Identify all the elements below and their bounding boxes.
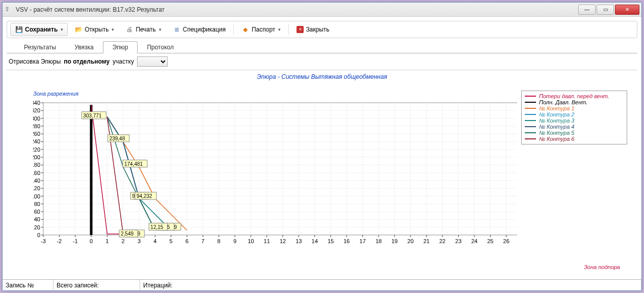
svg-text:60: 60 bbox=[34, 209, 40, 215]
legend-line bbox=[525, 114, 536, 115]
zone-right-label: Зона подпора bbox=[584, 264, 620, 270]
svg-text:340: 340 bbox=[33, 101, 40, 106]
print-label: Печать bbox=[136, 26, 155, 33]
svg-text:24: 24 bbox=[471, 238, 477, 244]
section-select[interactable] bbox=[137, 56, 168, 67]
svg-text:140: 140 bbox=[33, 178, 40, 184]
close-icon: × bbox=[297, 26, 304, 33]
save-icon: 💾 bbox=[15, 25, 23, 34]
legend-label: № Контура 6 bbox=[539, 136, 574, 142]
svg-text:3: 3 bbox=[138, 238, 141, 244]
minimize-button[interactable]: — bbox=[578, 5, 596, 15]
svg-text:-2: -2 bbox=[57, 238, 62, 244]
svg-text:10: 10 bbox=[248, 238, 254, 244]
svg-text:23: 23 bbox=[455, 238, 462, 244]
svg-text:7: 7 bbox=[201, 238, 204, 244]
tab-protocol[interactable]: Протокол bbox=[138, 42, 183, 53]
print-button[interactable]: 🖨Печать bbox=[121, 23, 166, 36]
svg-text:9: 9 bbox=[233, 238, 236, 244]
status-bar: Запись № Всего записей: Итераций: bbox=[3, 279, 641, 290]
close-label: Закрыть bbox=[306, 26, 329, 33]
open-label: Открыть bbox=[85, 26, 109, 33]
chart-title: Эпюра - Системы Вытяжная общеобменная bbox=[12, 73, 632, 80]
toolbar: 💾Сохранить 📂Открыть 🖨Печать ≣Спецификаци… bbox=[7, 21, 637, 38]
svg-text:13: 13 bbox=[296, 238, 302, 244]
svg-text:300: 300 bbox=[33, 115, 40, 122]
spec-button[interactable]: ≣Спецификация bbox=[168, 23, 230, 36]
svg-text:8: 8 bbox=[218, 238, 221, 244]
legend-line bbox=[525, 138, 536, 139]
svg-text:15: 15 bbox=[328, 238, 334, 244]
legend-item: № Контура 1 bbox=[525, 105, 624, 111]
svg-text:260: 260 bbox=[33, 131, 40, 137]
svg-text:20: 20 bbox=[34, 224, 40, 230]
passport-button[interactable]: ◆Паспорт bbox=[237, 23, 285, 36]
svg-text:12,15: 12,15 bbox=[150, 224, 163, 230]
subbar-label-pre: Отрисовка Эпюры bbox=[9, 58, 61, 65]
subbar-label-bold: по отдельному bbox=[64, 58, 110, 65]
open-button[interactable]: 📂Открыть bbox=[70, 23, 119, 36]
svg-text:2: 2 bbox=[122, 238, 125, 244]
svg-text:0: 0 bbox=[90, 238, 93, 244]
svg-text:18: 18 bbox=[375, 238, 382, 244]
svg-text:100: 100 bbox=[33, 193, 40, 199]
svg-text:16: 16 bbox=[343, 238, 350, 244]
svg-text:220: 220 bbox=[33, 146, 40, 153]
legend-label: № Контура 4 bbox=[539, 124, 574, 130]
svg-text:303,771: 303,771 bbox=[83, 113, 102, 119]
svg-text:4: 4 bbox=[153, 238, 156, 244]
status-record: Запись № bbox=[3, 280, 53, 290]
svg-text:80: 80 bbox=[34, 201, 40, 207]
svg-text:-3: -3 bbox=[41, 238, 46, 244]
tab-row: Результаты Увязка Эпюр Протокол bbox=[7, 41, 637, 53]
legend-item: Потери давл. перед вент. bbox=[525, 93, 624, 99]
svg-text:20: 20 bbox=[408, 238, 414, 244]
svg-text:25: 25 bbox=[487, 238, 493, 244]
svg-text:-1: -1 bbox=[73, 238, 78, 244]
legend-label: Полн. Давл. Вент. bbox=[539, 99, 587, 105]
legend-line bbox=[525, 126, 536, 127]
svg-text:1: 1 bbox=[105, 238, 109, 244]
titlebar[interactable]: ⇪ VSV - расчёт систем вентиляции: В17.v3… bbox=[3, 3, 641, 17]
legend: Потери давл. перед вент.Полн. Давл. Вент… bbox=[521, 91, 627, 144]
spec-icon: ≣ bbox=[173, 25, 181, 34]
legend-label: № Контура 5 bbox=[539, 130, 574, 136]
passport-icon: ◆ bbox=[242, 25, 250, 34]
svg-text:11: 11 bbox=[264, 238, 270, 244]
legend-line bbox=[525, 102, 536, 103]
passport-label: Паспорт bbox=[252, 26, 275, 33]
separator bbox=[233, 24, 234, 35]
svg-text:180: 180 bbox=[33, 162, 40, 168]
close-button-toolbar[interactable]: ×Закрыть bbox=[292, 23, 334, 36]
legend-line bbox=[525, 96, 536, 97]
save-button[interactable]: 💾Сохранить bbox=[10, 23, 68, 36]
svg-text:200: 200 bbox=[33, 154, 40, 160]
legend-item: № Контура 6 bbox=[525, 136, 624, 142]
tab-epur[interactable]: Эпюр bbox=[103, 41, 138, 53]
svg-text:14: 14 bbox=[312, 238, 318, 244]
legend-line bbox=[525, 120, 536, 121]
svg-text:6: 6 bbox=[185, 238, 189, 244]
svg-text:94,232: 94,232 bbox=[137, 193, 152, 199]
svg-text:240: 240 bbox=[33, 138, 40, 144]
svg-text:17: 17 bbox=[360, 238, 366, 244]
window-buttons: — ▭ ✕ bbox=[577, 5, 639, 15]
tab-linking[interactable]: Увязка bbox=[65, 42, 102, 53]
app-icon: ⇪ bbox=[5, 6, 13, 14]
content-area: 💾Сохранить 📂Открыть 🖨Печать ≣Спецификаци… bbox=[3, 17, 641, 279]
sub-bar: Отрисовка Эпюры по отдельному участку bbox=[7, 53, 637, 70]
window-title: VSV - расчёт систем вентиляции: В17.v32 … bbox=[16, 6, 577, 13]
legend-item: № Контура 3 bbox=[525, 118, 624, 124]
tab-results[interactable]: Результаты bbox=[15, 42, 65, 53]
close-button[interactable]: ✕ bbox=[615, 5, 639, 15]
chart-plot: 2726252423222120191817161514131211109876… bbox=[33, 101, 517, 263]
legend-line bbox=[525, 132, 536, 133]
separator bbox=[288, 24, 289, 35]
maximize-button[interactable]: ▭ bbox=[597, 5, 614, 15]
zone-left-label: Зона разрежения bbox=[33, 91, 78, 97]
legend-item: № Контура 4 bbox=[525, 124, 624, 130]
status-total: Всего записей: bbox=[53, 280, 140, 290]
svg-text:320: 320 bbox=[33, 107, 40, 113]
svg-text:0: 0 bbox=[37, 232, 40, 238]
svg-text:280: 280 bbox=[33, 123, 40, 129]
